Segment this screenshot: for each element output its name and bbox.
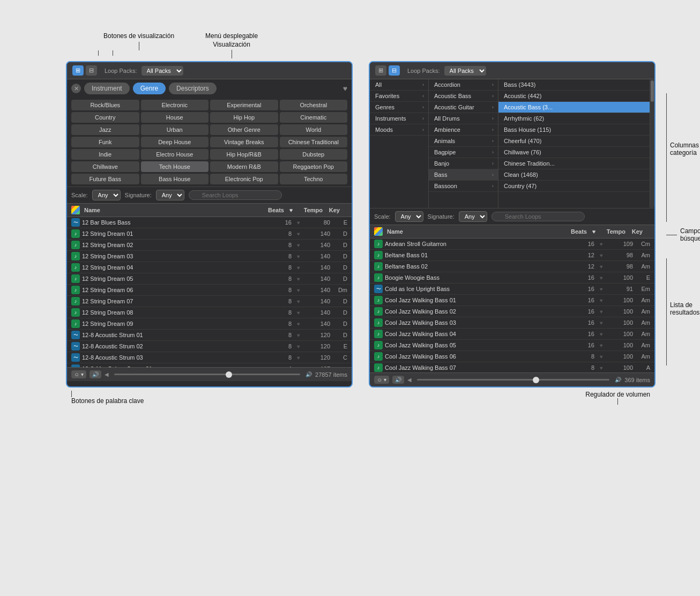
volume-slider-right[interactable]: [417, 379, 609, 381]
genre-btn-tech-house[interactable]: Tech House: [141, 161, 209, 172]
signature-select-right[interactable]: Any: [459, 211, 487, 222]
category-item[interactable]: Cheerful (470): [498, 136, 650, 147]
genre-btn-electro-house[interactable]: Electro House: [141, 149, 209, 160]
category-item[interactable]: Bass›: [429, 169, 498, 181]
list-row[interactable]: 〜 12-8 Acoustic Strum 01 8 ♥ 120 D: [67, 330, 352, 341]
loop-packs-select-right[interactable]: All Packs: [444, 66, 486, 76]
category-item[interactable]: Genres›: [370, 102, 428, 113]
list-row[interactable]: ♪ 12 String Dream 04 8 ♥ 140 D: [67, 262, 352, 273]
genre-btn-country[interactable]: Country: [71, 112, 139, 123]
category-item[interactable]: Bassoon›: [429, 181, 498, 192]
view-btn-list-right[interactable]: ⊟: [389, 65, 400, 76]
category-item[interactable]: Country (47): [498, 181, 650, 192]
list-row[interactable]: ♪ 12 String Dream 07 8 ♥ 140 D: [67, 296, 352, 307]
list-row[interactable]: ♪ Cool Jazz Walking Bass 04 16 ♥ 100 Am: [370, 329, 654, 340]
search-input-left[interactable]: [189, 190, 282, 200]
category-item[interactable]: Ambience›: [429, 124, 498, 136]
list-row[interactable]: 〜 12-8 Acoustic Strum 03 8 ♥ 120 C: [67, 352, 352, 363]
category-item[interactable]: Chillwave (76): [498, 147, 650, 158]
scale-select-left[interactable]: Any: [92, 190, 121, 200]
category-item[interactable]: Bass House (115): [498, 124, 650, 136]
list-row[interactable]: ♪ Beltane Bass 02 12 ♥ 98 Am: [370, 261, 654, 272]
filter-descriptors-left[interactable]: Descriptors: [169, 83, 217, 94]
genre-btn-urban[interactable]: Urban: [141, 124, 209, 135]
view-btn-grid-right[interactable]: ⊞: [375, 65, 386, 76]
genre-btn-future-bass[interactable]: Future Bass: [71, 174, 139, 184]
genre-btn-chillwave[interactable]: Chillwave: [71, 161, 139, 172]
list-row[interactable]: ♪ 12 String Dream 03 8 ♥ 140 D: [67, 251, 352, 262]
category-item[interactable]: Bass (3443): [498, 79, 650, 91]
list-row[interactable]: ♪ 12 String Dream 02 8 ♥ 140 D: [67, 240, 352, 251]
volume-slider-left[interactable]: [114, 374, 300, 375]
speaker-btn-right[interactable]: 🔊: [392, 376, 404, 384]
genre-btn-funk[interactable]: Funk: [71, 137, 139, 147]
filter-genre-left[interactable]: Genre: [133, 83, 166, 94]
list-row[interactable]: ♪ 12 String Dream 08 8 ♥ 140 D: [67, 307, 352, 318]
category-item[interactable]: Acoustic Bass›: [429, 91, 498, 102]
category-item[interactable]: Banjo›: [429, 158, 498, 169]
genre-btn-modern-r-b[interactable]: Modern R&B: [210, 161, 278, 172]
genre-btn-deep-house[interactable]: Deep House: [141, 137, 209, 147]
list-row[interactable]: ♪ Cool Jazz Walking Bass 07 8 ♥ 100 A: [370, 362, 654, 372]
speaker-btn-left[interactable]: 🔊: [90, 370, 101, 378]
list-row[interactable]: ♪ 12 String Dream 06 8 ♥ 140 Dm: [67, 285, 352, 296]
category-item[interactable]: Arrhythmic (62): [498, 113, 650, 124]
category-item[interactable]: Clean (1468): [498, 169, 650, 181]
list-row[interactable]: ♪ 12 String Dream 01 8 ♥ 140 D: [67, 228, 352, 240]
signature-select-left[interactable]: Any: [156, 190, 184, 200]
filter-instrument-left[interactable]: Instrument: [84, 83, 130, 94]
genre-btn-techno[interactable]: Techno: [280, 174, 348, 184]
category-scrollbar[interactable]: [650, 79, 654, 208]
filter-close-left[interactable]: ✕: [71, 84, 81, 93]
keyword-btn-right[interactable]: ☺ ▾: [374, 376, 389, 384]
list-row[interactable]: ♪ 12 String Dream 05 8 ♥ 140 D: [67, 273, 352, 285]
list-row[interactable]: ♪ Andean Stroll Guitarron 16 ♥ 109 Cm: [370, 239, 654, 250]
genre-btn-house[interactable]: House: [141, 112, 209, 123]
list-row[interactable]: 〜 12-8 Afro Cuban Conga 01 4 ♥ 107 -: [67, 363, 352, 367]
category-item[interactable]: Instruments›: [370, 113, 428, 124]
list-row[interactable]: ♪ Cool Jazz Walking Bass 03 16 ♥ 100 Am: [370, 317, 654, 329]
genre-btn-jazz[interactable]: Jazz: [71, 124, 139, 135]
category-item[interactable]: Bagpipe›: [429, 147, 498, 158]
scale-select-right[interactable]: Any: [395, 211, 423, 222]
category-item[interactable]: All›: [370, 79, 428, 91]
genre-btn-other-genre[interactable]: Other Genre: [210, 124, 278, 135]
view-btn-grid-left[interactable]: ⊞: [72, 65, 84, 76]
genre-btn-electronic[interactable]: Electronic: [141, 100, 209, 110]
list-row[interactable]: ♪ Boogie Woogie Bass 16 ♥ 100 E: [370, 272, 654, 284]
list-row[interactable]: ♪ Cool Jazz Walking Bass 06 8 ♥ 100 Am: [370, 351, 654, 362]
keyword-btn-left[interactable]: ☺ ▾: [71, 370, 86, 378]
genre-btn-rock-blues[interactable]: Rock/Blues: [71, 100, 139, 110]
list-row[interactable]: ♪ Cool Jazz Walking Bass 05 16 ♥ 100 Am: [370, 340, 654, 351]
category-item[interactable]: Moods›: [370, 124, 428, 136]
category-item[interactable]: Favorites›: [370, 91, 428, 102]
genre-btn-bass-house[interactable]: Bass House: [141, 174, 209, 184]
list-row[interactable]: 〜 Cold as Ice Upright Bass 16 ♥ 91 Em: [370, 284, 654, 295]
category-item[interactable]: Chinese Tradition...: [498, 158, 650, 169]
loop-packs-select-left[interactable]: All Packs: [142, 66, 183, 76]
genre-btn-orchestral[interactable]: Orchestral: [280, 100, 348, 110]
category-item[interactable]: Acoustic Guitar›: [429, 102, 498, 113]
list-row[interactable]: 〜 12-8 Acoustic Strum 02 8 ♥ 120 E: [67, 341, 352, 352]
list-row[interactable]: ♪ Cool Jazz Walking Bass 02 16 ♥ 100 Am: [370, 306, 654, 317]
genre-btn-chinese-traditional[interactable]: Chinese Traditional: [280, 137, 348, 147]
category-item[interactable]: Animals›: [429, 136, 498, 147]
list-row[interactable]: 〜 12 Bar Blues Bass 16 ♥ 80 E: [67, 217, 352, 228]
genre-btn-dubstep[interactable]: Dubstep: [280, 149, 348, 160]
genre-btn-experimental[interactable]: Experimental: [210, 100, 278, 110]
list-row[interactable]: ♪ 12 String Dream 09 8 ♥ 140 D: [67, 318, 352, 330]
genre-btn-vintage-breaks[interactable]: Vintage Breaks: [210, 137, 278, 147]
genre-btn-cinematic[interactable]: Cinematic: [280, 112, 348, 123]
search-input-right[interactable]: [492, 212, 585, 221]
filter-heart-left[interactable]: ♥: [343, 84, 347, 93]
genre-btn-hip-hop[interactable]: Hip Hop: [210, 112, 278, 123]
category-item[interactable]: All Drums›: [429, 113, 498, 124]
category-item[interactable]: Accordion›: [429, 79, 498, 91]
list-row[interactable]: ♪ Beltane Bass 01 12 ♥ 98 Am: [370, 250, 654, 261]
genre-btn-indie[interactable]: Indie: [71, 149, 139, 160]
genre-btn-hip-hop-r-b[interactable]: Hip Hop/R&B: [210, 149, 278, 160]
genre-btn-reggaeton-pop[interactable]: Reggaeton Pop: [280, 161, 348, 172]
view-btn-list-left[interactable]: ⊟: [86, 65, 97, 76]
genre-btn-world[interactable]: World: [280, 124, 348, 135]
list-row[interactable]: ♪ Cool Jazz Walking Bass 01 16 ♥ 100 Am: [370, 295, 654, 306]
